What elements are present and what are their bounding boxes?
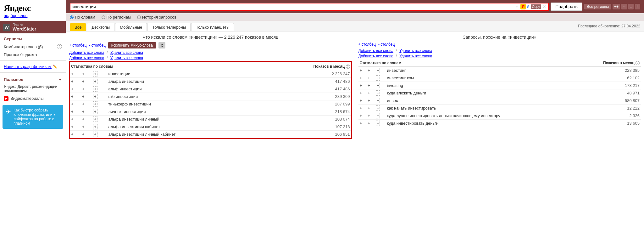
clear-search-btn[interactable]: ✕ [542, 4, 546, 9]
left-shows-help[interactable]: ? [346, 65, 350, 69]
region-selector[interactable]: Все регионы [584, 4, 611, 9]
left-minus-col-btn[interactable]: - столбец [89, 43, 105, 48]
row-plus-3[interactable]: + [93, 101, 97, 107]
row-plus-2[interactable]: + [368, 83, 370, 88]
left-add-all-1[interactable]: Добавить все слова [69, 50, 104, 55]
row-plus-3[interactable]: + [93, 71, 97, 77]
row-plus-2[interactable]: + [82, 117, 85, 122]
sidebar-promo[interactable]: ✈ Как быстро собрать ключевые фразы, или… [3, 105, 63, 129]
row-plus-1[interactable]: + [360, 83, 362, 88]
row-plus-3[interactable]: + [93, 94, 97, 99]
left-del-all-1[interactable]: Удалить все слова [110, 50, 143, 55]
sidebar-item-prognoz[interactable]: Прогноз бюджета [0, 51, 66, 59]
right-del-all-1[interactable]: Удалить все слова [399, 48, 432, 53]
left-add-all-2[interactable]: Добавить все слова [69, 56, 104, 60]
left-x-btn[interactable]: x [158, 42, 165, 48]
row-plus-3[interactable]: + [93, 109, 97, 114]
search-plus-btn[interactable]: + [515, 4, 519, 9]
row-plus-3[interactable]: + [93, 86, 97, 92]
left-exclude-btn[interactable]: исключить минус-слова [108, 42, 156, 48]
tab-desktop[interactable]: Десктопы [87, 23, 114, 31]
row-plus-2[interactable]: + [82, 94, 85, 99]
row-plus-1[interactable]: + [71, 87, 74, 91]
row-plus-3[interactable]: + [93, 79, 97, 84]
row-plus-1[interactable]: + [71, 71, 74, 76]
row-plus-3[interactable]: + [376, 68, 380, 73]
keyword-word: куда лучше инвестировать деньги начинающ… [386, 112, 576, 120]
copy-button[interactable]: Copy [531, 4, 541, 9]
row-plus-1[interactable]: + [360, 68, 362, 73]
tab-phone[interactable]: Только телефоны [147, 23, 191, 31]
row-plus-3[interactable]: + [376, 75, 380, 81]
row-plus-3[interactable]: + [93, 116, 97, 122]
tabs-left: Все Десктопы Мобильные Только телефоны Т… [70, 23, 235, 31]
chevron-down-icon[interactable]: ▼ [58, 77, 62, 82]
row-plus-1[interactable]: + [71, 117, 74, 122]
row-plus-3[interactable]: + [376, 98, 380, 103]
right-table-row: + + + инвест 580 807 [358, 97, 641, 105]
right-del-all-2[interactable]: Удалить все слова [399, 54, 432, 58]
search-submit-btn[interactable]: Подобрать [551, 3, 582, 11]
row-plus-3[interactable]: + [93, 124, 97, 129]
tab-tablet[interactable]: Только планшеты [191, 23, 234, 31]
row-plus-2[interactable]: + [82, 132, 85, 137]
row-plus-2[interactable]: + [368, 121, 370, 126]
row-plus-3[interactable]: + [376, 113, 380, 118]
row-plus-1[interactable]: + [71, 132, 74, 137]
right-shows-help[interactable]: ? [636, 61, 640, 65]
row-plus-1[interactable]: + [71, 94, 74, 99]
left-add-col-btn[interactable]: + столбец [69, 43, 86, 48]
row-plus-2[interactable]: + [82, 109, 85, 114]
row-plus-2[interactable]: + [82, 87, 85, 91]
radio-history[interactable]: История запросов [137, 15, 177, 20]
row-plus-2[interactable]: + [368, 91, 370, 95]
row-plus-1[interactable]: + [360, 91, 362, 95]
row-plus-1[interactable]: + [71, 124, 74, 129]
row-plus-3[interactable]: + [93, 132, 97, 137]
yandex-search-btn[interactable]: Я [520, 4, 526, 9]
row-plus-2[interactable]: + [368, 106, 370, 111]
search-input[interactable] [72, 4, 514, 9]
sidebar-write-dev[interactable]: Написать разработчикам ✏️ [0, 63, 66, 71]
right-add-col-btn[interactable]: + столбец [358, 42, 376, 47]
row-plus-3[interactable]: + [376, 83, 380, 88]
left-del-all-2[interactable]: Удалить все слова [110, 56, 143, 60]
row-plus-1[interactable]: + [71, 109, 74, 114]
region-action-pp[interactable]: ++ [613, 4, 620, 9]
sidebar-video[interactable]: ▶ Видеоматериалы [0, 94, 66, 102]
keyword-word: как начать инвестировать [386, 105, 576, 112]
wordstat-link[interactable]: подбор слов [4, 13, 62, 18]
row-plus-1[interactable]: + [360, 98, 362, 103]
row-plus-1[interactable]: + [71, 102, 74, 106]
row-plus-1[interactable]: + [360, 113, 362, 118]
row-plus-2[interactable]: + [368, 113, 370, 118]
row-plus-1[interactable]: + [360, 106, 362, 111]
radio-by-words[interactable]: По словам [70, 15, 95, 20]
right-minus-col-btn[interactable]: - столбец [378, 42, 395, 47]
radio-by-regions[interactable]: По регионам [102, 15, 131, 20]
row-plus-2[interactable]: + [82, 79, 85, 84]
tab-mobile[interactable]: Мобильные [115, 23, 147, 31]
region-action-mm[interactable]: -- [621, 4, 627, 9]
row-plus-1[interactable]: + [360, 121, 362, 126]
google-search-btn[interactable]: 8 [527, 4, 529, 9]
region-action-box[interactable]: □ [628, 4, 634, 9]
row-plus-1[interactable]: + [71, 79, 74, 84]
row-plus-2[interactable]: + [82, 124, 85, 129]
row-plus-3[interactable]: + [376, 121, 380, 126]
right-add-all-1[interactable]: Добавить все слова [358, 48, 393, 53]
tab-all[interactable]: Все [70, 23, 86, 31]
row-plus-2[interactable]: + [368, 68, 370, 73]
youtube-icon: ▶ [4, 96, 8, 101]
row-plus-3[interactable]: + [376, 90, 380, 96]
row-plus-2[interactable]: + [82, 71, 85, 76]
row-plus-2[interactable]: + [82, 102, 85, 106]
right-add-all-2[interactable]: Добавить все слова [358, 54, 393, 58]
row-plus-2[interactable]: + [368, 98, 370, 103]
region-action-excl[interactable]: !! [635, 4, 640, 9]
row-plus-3[interactable]: + [376, 105, 380, 111]
sidebar-item-kombinator[interactable]: Комбинатор слов (β) ? [0, 43, 66, 51]
row-plus-2[interactable]: + [368, 76, 370, 80]
row-plus-1[interactable]: + [360, 76, 362, 80]
kombinator-help-icon[interactable]: ? [57, 44, 62, 49]
